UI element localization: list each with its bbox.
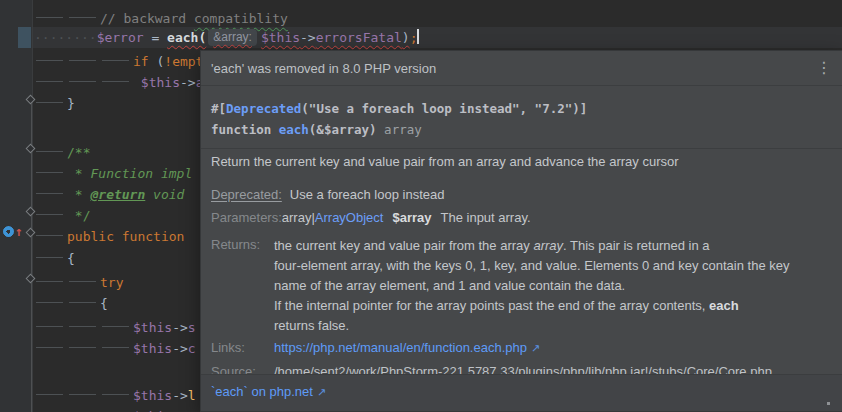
code-line[interactable]: $this->a: [34, 70, 203, 91]
code-line[interactable]: }: [34, 91, 75, 112]
links-row: Links: https://php.net/manual/en/functio…: [211, 339, 830, 357]
code-token: each(: [167, 30, 206, 45]
code-token: =: [144, 30, 167, 45]
code-token: . This pair is returned in a: [563, 238, 709, 253]
code-token: ->: [172, 341, 188, 356]
code-line[interactable]: $this->s: [34, 315, 196, 336]
code-token: $this: [141, 75, 180, 90]
code-line[interactable]: */: [34, 203, 90, 224]
code-token: {: [67, 251, 75, 266]
code-line[interactable]: if (!empty($: [34, 49, 227, 70]
code-token: [34, 70, 67, 87]
code-token: returns false.: [274, 318, 349, 333]
code-token: [100, 49, 133, 66]
deprecated-attribute-link[interactable]: Deprecated: [226, 101, 301, 116]
code-token: $array: [392, 210, 431, 225]
popup-header: 'each' was removed in 8.0 PHP version ⋮: [201, 51, 842, 86]
code-line[interactable]: {: [34, 246, 75, 267]
code-token: array: [384, 122, 422, 137]
code-token: [67, 270, 100, 287]
code-token: four-element array, with the keys 0, 1, …: [274, 258, 789, 273]
code-token: [34, 140, 67, 157]
code-token: {: [100, 296, 108, 311]
code-line[interactable]: * Function impl: [34, 161, 192, 182]
code-token: [100, 383, 133, 400]
doc-summary: Return the current key and value pair fr…: [211, 153, 830, 170]
code-token: If the internal pointer for the array po…: [274, 298, 709, 313]
code-token: ->: [180, 75, 196, 90]
php-manual-link[interactable]: https://php.net/manual/en/function.each.…: [274, 340, 527, 355]
code-token: [34, 6, 67, 23]
code-line[interactable]: /**: [34, 140, 90, 161]
code-line[interactable]: // backward compatiblity: [34, 6, 288, 27]
code-token: [34, 246, 67, 263]
code-token: ->: [172, 320, 188, 335]
popup-title: 'each' was removed in 8.0 PHP version: [211, 61, 436, 76]
code-token: [67, 404, 100, 412]
code-token: $this: [133, 388, 172, 403]
code-line[interactable]: $this->c: [34, 336, 196, 357]
function-declaration-line: function each(&$array) array: [211, 119, 832, 140]
returns-line: the current key and value pair from the …: [274, 236, 830, 256]
code-token: function: [211, 122, 279, 137]
returns-value: the current key and value pair from the …: [274, 236, 830, 336]
code-token: ("Use a foreach loop instead", "7.2")]: [301, 101, 587, 116]
code-token: array|: [282, 210, 315, 225]
code-token: ;: [410, 30, 418, 45]
code-token: ->: [300, 30, 316, 45]
code-token: [67, 291, 100, 308]
code-line[interactable]: * @return void: [34, 182, 184, 203]
code-token: [34, 49, 67, 66]
code-token: *: [67, 187, 90, 202]
code-line[interactable]: $this->l: [34, 383, 196, 404]
code-token: [100, 315, 133, 332]
code-token: public function: [67, 229, 192, 244]
code-token: [67, 336, 100, 353]
popup-footer: `each` on php.net↗: [201, 374, 842, 411]
code-token: $this: [261, 30, 300, 45]
each-function-link[interactable]: each: [279, 122, 309, 137]
code-token: [34, 404, 67, 412]
code-token: [100, 404, 133, 412]
code-token: [34, 224, 67, 241]
parameters-row: Parameters: array|ArrayObject$arrayThe i…: [211, 209, 830, 226]
deprecated-row: Deprecated:Use a foreach loop instead: [211, 186, 830, 203]
parameters-label: Parameters:: [211, 209, 282, 226]
code-token: [34, 203, 67, 220]
code-token: #[: [211, 101, 226, 116]
code-token: $error: [97, 30, 144, 45]
more-options-icon[interactable]: ⋮: [816, 60, 832, 76]
code-token: s: [188, 320, 196, 335]
code-token: [67, 383, 100, 400]
code-token: [34, 270, 67, 287]
arrayobject-type-link[interactable]: ArrayObject: [315, 210, 384, 225]
code-token: ): [402, 30, 410, 45]
code-line[interactable]: try: [34, 270, 123, 291]
code-token: ········: [34, 30, 97, 45]
code-token: if: [133, 54, 156, 69]
deprecated-label: Deprecated:: [211, 187, 282, 202]
overrides-icon: [3, 226, 14, 237]
code-token: Function impl: [90, 166, 192, 181]
override-method-gutter-icon[interactable]: ↑: [3, 226, 23, 237]
code-token: $this: [133, 320, 172, 335]
code-token: $this: [133, 341, 172, 356]
code-token: [34, 161, 67, 178]
code-line[interactable]: public function: [34, 224, 192, 245]
returns-row: Returns: the current key and value pair …: [211, 236, 830, 336]
code-line[interactable]: $this->p: [34, 404, 196, 412]
code-line[interactable]: ········$error = each(&array:$this->erro…: [34, 27, 419, 48]
code-token: each: [709, 298, 739, 313]
code-token: void: [145, 187, 184, 202]
deprecated-text: Use a foreach loop instead: [290, 187, 445, 202]
resize-grip[interactable]: [827, 402, 830, 405]
code-token: [34, 91, 67, 108]
function-signature: #[Deprecated("Use a foreach loop instead…: [201, 86, 842, 149]
code-token: name of the array element, and 1 and val…: [274, 278, 625, 293]
php-net-link[interactable]: `each` on php.net: [211, 384, 313, 399]
code-token: [133, 75, 141, 90]
code-token: [67, 315, 100, 332]
code-token: The input array.: [441, 210, 531, 225]
code-line[interactable]: {: [34, 291, 108, 312]
text-caret: [417, 29, 419, 44]
